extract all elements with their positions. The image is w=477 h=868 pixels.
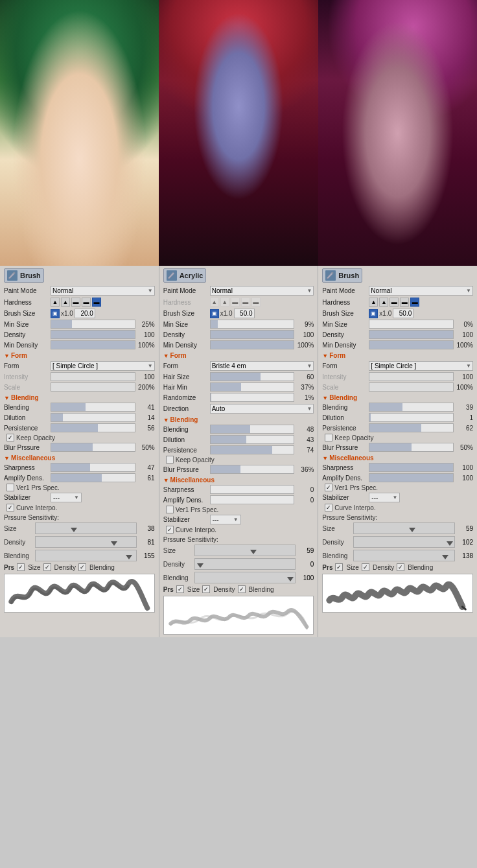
brush-size-value-right[interactable]: 50.0 <box>393 309 413 318</box>
size-lock-left[interactable]: ▣ <box>51 309 60 318</box>
misc-arrow-right[interactable]: ▼ <box>322 455 328 462</box>
amplify-slider-right[interactable] <box>369 473 454 482</box>
hardness-icon-r3[interactable]: ▬ <box>400 298 409 307</box>
pressure-size-slider-right[interactable] <box>353 522 455 534</box>
hardness-icon-r4[interactable]: ▬ <box>410 298 419 307</box>
misc-section-right: ▼ Miscellaneous <box>322 454 473 462</box>
keep-opacity-checkbox-right[interactable] <box>325 434 332 441</box>
sharpness-slider-left[interactable] <box>51 463 135 472</box>
pressure-density-slider-center[interactable] <box>194 558 296 570</box>
paint-mode-dropdown-right[interactable]: Normal ▼ <box>369 286 473 296</box>
form-arrow-right[interactable]: ▼ <box>322 353 328 359</box>
dilution-slider-left[interactable] <box>51 413 135 422</box>
min-size-slider-right[interactable] <box>369 320 454 329</box>
prs-density-checkbox-right[interactable] <box>362 563 369 571</box>
sharpness-slider-center[interactable] <box>210 485 295 494</box>
randomize-slider-center[interactable] <box>210 393 295 402</box>
blur-slider-left[interactable] <box>51 443 135 452</box>
min-density-slider-center[interactable] <box>210 340 295 349</box>
ver1-checkbox-center[interactable] <box>166 506 174 513</box>
prs-density-checkbox-center[interactable] <box>202 585 210 593</box>
prs-size-checkbox-center[interactable] <box>176 585 184 593</box>
amplify-slider-center[interactable] <box>210 495 295 504</box>
stabilizer-dropdown-left[interactable]: --- ▼ <box>51 493 82 502</box>
blending-slider-right[interactable] <box>369 403 454 412</box>
stabilizer-dropdown-center[interactable]: --- ▼ <box>210 515 241 524</box>
form-dropdown-left[interactable]: [ Simple Circle ] ▼ <box>51 361 155 371</box>
hardness-icon-3[interactable]: ▬ <box>82 298 91 307</box>
blur-slider-center[interactable] <box>210 465 295 474</box>
prs-blend-checkbox-left[interactable] <box>78 563 86 571</box>
min-size-slider-center[interactable] <box>210 320 295 329</box>
curve-checkbox-right[interactable] <box>325 504 332 511</box>
form-arrow-center[interactable]: ▼ <box>163 353 169 359</box>
hair-size-slider-center[interactable] <box>210 372 295 381</box>
form-arrow-left[interactable]: ▼ <box>4 353 10 359</box>
blending-arrow-left[interactable]: ▼ <box>4 395 10 401</box>
hardness-icon-r2[interactable]: ▬ <box>390 298 399 307</box>
min-density-slider-right[interactable] <box>369 340 454 349</box>
density-slider-right[interactable] <box>369 330 454 339</box>
brush-size-value-left[interactable]: 20.0 <box>75 309 95 318</box>
pressure-blend-slider-left[interactable] <box>35 550 137 561</box>
misc-arrow-center[interactable]: ▼ <box>163 477 169 484</box>
keep-opacity-checkbox-center[interactable] <box>166 456 174 463</box>
prs-size-checkbox-right[interactable] <box>335 563 343 571</box>
hardness-icon-2[interactable]: ▬ <box>71 298 80 307</box>
blending-arrow-right[interactable]: ▼ <box>322 395 328 401</box>
pressure-blend-slider-right[interactable] <box>353 550 455 561</box>
prs-blend-checkbox-right[interactable] <box>397 563 404 571</box>
hardness-icon-0[interactable]: ▲ <box>51 298 60 307</box>
dilution-slider-right[interactable] <box>369 413 454 422</box>
pressure-density-slider-right[interactable] <box>353 536 455 548</box>
blending-val-row-center: Blending 48 <box>163 425 314 434</box>
hardness-icon-4[interactable]: ▬ <box>92 298 101 307</box>
pressure-size-slider-left[interactable] <box>35 522 137 534</box>
misc-arrow-left[interactable]: ▼ <box>4 455 10 462</box>
hair-min-slider-center[interactable] <box>210 382 295 392</box>
hardness-icon-c3: ▬ <box>241 298 250 307</box>
persistence-label-center: Persistence <box>163 447 210 454</box>
blur-slider-right[interactable] <box>369 443 454 452</box>
pressure-size-slider-center[interactable] <box>194 545 296 556</box>
ver1-checkbox-right[interactable] <box>325 484 332 491</box>
stabilizer-dropdown-right[interactable]: --- ▼ <box>369 493 400 502</box>
size-lock-right[interactable]: ▣ <box>369 309 378 318</box>
pressure-density-slider-left[interactable] <box>35 536 137 548</box>
min-density-slider-left[interactable] <box>51 340 135 349</box>
persistence-row-right: Persistence 62 <box>322 423 473 432</box>
sharpness-slider-right[interactable] <box>369 463 454 472</box>
persistence-slider-center[interactable] <box>210 445 295 454</box>
hardness-icons-right: ▲ ▲ ▬ ▬ ▬ <box>369 298 473 307</box>
curve-checkbox-center[interactable] <box>166 526 174 534</box>
blur-row-left: Blur Prssure 50% <box>4 443 155 452</box>
persistence-slider-right[interactable] <box>369 423 454 432</box>
keep-opacity-row-left: Keep Opacity <box>6 434 155 441</box>
form-dropdown-center[interactable]: Bristle 4 em ▼ <box>210 361 314 371</box>
prs-size-checkbox-left[interactable] <box>17 563 25 571</box>
paint-mode-dropdown-center[interactable]: Normal ▼ <box>210 286 314 296</box>
prs-density-checkbox-left[interactable] <box>43 563 51 571</box>
blending-slider-left[interactable] <box>51 403 135 412</box>
brush-size-value-center[interactable]: 50.0 <box>234 309 255 318</box>
hardness-icon-r1[interactable]: ▲ <box>379 298 388 307</box>
curve-checkbox-left[interactable] <box>6 504 14 511</box>
keep-opacity-checkbox-left[interactable] <box>6 434 14 441</box>
pressure-blend-slider-center[interactable] <box>194 572 296 583</box>
size-lock-center[interactable]: ▣ <box>210 309 219 318</box>
persistence-slider-left[interactable] <box>51 423 135 432</box>
density-slider-left[interactable] <box>51 330 135 339</box>
hardness-icon-1[interactable]: ▲ <box>61 298 70 307</box>
blending-arrow-center[interactable]: ▼ <box>163 417 169 423</box>
density-slider-center[interactable] <box>210 330 295 339</box>
ver1-checkbox-left[interactable] <box>6 484 14 491</box>
dilution-slider-center[interactable] <box>210 435 295 444</box>
paint-mode-dropdown-left[interactable]: Normal ▼ <box>51 286 155 296</box>
direction-dropdown-center[interactable]: Auto ▼ <box>210 404 314 414</box>
prs-blend-checkbox-center[interactable] <box>238 585 246 593</box>
hardness-icon-r0[interactable]: ▲ <box>369 298 378 307</box>
min-size-slider-left[interactable] <box>51 320 135 329</box>
blending-slider-center[interactable] <box>210 425 295 434</box>
amplify-slider-left[interactable] <box>51 473 135 482</box>
form-dropdown-right[interactable]: [ Simple Circle ] ▼ <box>369 361 473 371</box>
